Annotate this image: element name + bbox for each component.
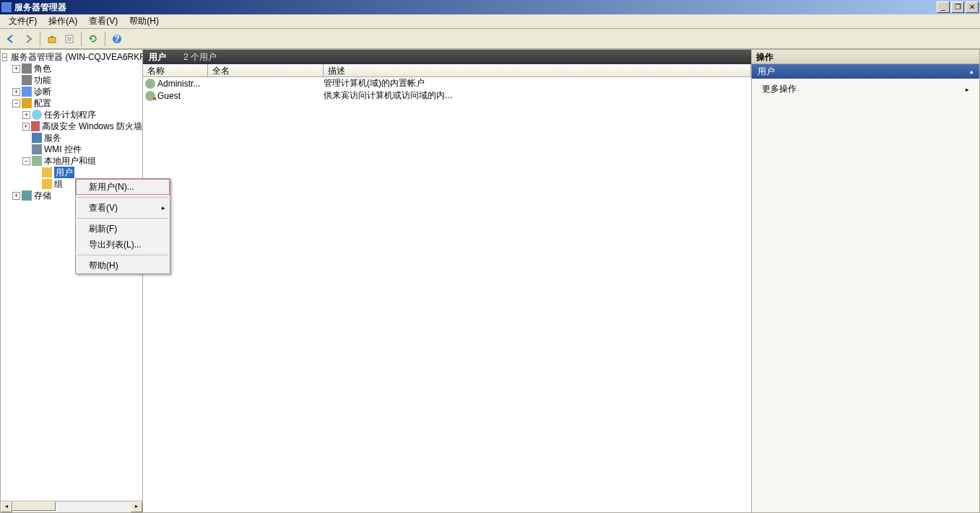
tree-roles-label: 角色	[34, 63, 51, 74]
expand-toggle[interactable]: +	[12, 192, 20, 200]
tree-config-label: 配置	[34, 97, 51, 109]
tree-diagnostics-label: 诊断	[34, 86, 51, 97]
expand-toggle[interactable]: +	[12, 65, 20, 73]
roles-icon	[22, 63, 32, 74]
minimize-button[interactable]: _	[937, 1, 950, 13]
menu-separator	[77, 218, 168, 219]
context-new-user[interactable]: 新用户(N)...	[76, 179, 170, 195]
tree-local-users-groups[interactable]: − 本地用户和组	[1, 155, 142, 167]
toolbar: ?	[0, 29, 980, 49]
row-description: 管理计算机(域)的内置帐户	[324, 77, 751, 89]
context-help[interactable]: 帮助(H)	[76, 258, 170, 273]
task-scheduler-icon	[32, 110, 42, 120]
tree-local-users-groups-label: 本地用户和组	[44, 155, 96, 167]
row-name: Administr...	[157, 79, 200, 89]
list-count: 2 个用户	[183, 51, 217, 63]
column-fullname[interactable]: 全名	[208, 64, 324, 76]
svg-rect-0	[48, 38, 56, 43]
context-menu: 新用户(N)... 查看(V)▸ 刷新(F) 导出列表(L)... 帮助(H)	[75, 178, 170, 274]
expand-toggle[interactable]: −	[2, 53, 7, 61]
list-title: 用户	[149, 51, 166, 63]
actions-pane: 操作 用户 ▴ 更多操作 ▸	[752, 49, 980, 513]
folder-icon	[42, 179, 52, 189]
up-button[interactable]	[44, 31, 60, 47]
tree-diagnostics[interactable]: + 诊断	[1, 86, 142, 97]
list-rows: Administr... 管理计算机(域)的内置帐户 Guest 供来宾访问计算…	[143, 77, 751, 512]
tree-users-label: 用户	[54, 167, 74, 178]
features-icon	[22, 75, 32, 85]
tree-root-label: 服务器管理器 (WIN-CQJVEA6RKR	[11, 51, 143, 63]
menu-action[interactable]: 操作(A)	[43, 14, 83, 29]
expand-toggle[interactable]: +	[22, 111, 30, 119]
list-header: 用户 2 个用户	[143, 50, 751, 64]
firewall-icon	[31, 121, 40, 131]
expand-toggle[interactable]: +	[22, 123, 30, 131]
submenu-arrow-icon: ▸	[162, 204, 165, 211]
window-title: 服务器管理器	[14, 1, 935, 14]
scroll-thumb[interactable]	[12, 501, 56, 511]
forward-button[interactable]	[20, 31, 36, 47]
tree-wmi[interactable]: WMI 控件	[1, 144, 142, 155]
expand-toggle[interactable]: −	[22, 157, 30, 165]
actions-more[interactable]: 更多操作 ▸	[752, 79, 979, 100]
local-users-groups-icon	[32, 156, 42, 166]
toolbar-separator	[40, 32, 40, 46]
tree-config[interactable]: − 配置	[1, 97, 142, 109]
refresh-button[interactable]	[85, 31, 101, 47]
scroll-right-button[interactable]: ▸	[131, 501, 142, 512]
tree-wmi-label: WMI 控件	[44, 144, 82, 155]
tree-firewall[interactable]: + 高级安全 Windows 防火墙	[1, 120, 142, 132]
actions-subheading[interactable]: 用户 ▴	[752, 64, 979, 79]
column-description[interactable]: 描述	[324, 64, 751, 76]
toolbar-separator	[81, 32, 82, 46]
storage-icon	[22, 190, 32, 201]
list-pane: 用户 2 个用户 名称 全名 描述 Administr... 管理计算机(域)的…	[143, 49, 752, 513]
svg-text:?: ?	[114, 34, 119, 44]
list-row[interactable]: Guest 供来宾访问计算机或访问域的内...	[143, 89, 751, 102]
menu-file[interactable]: 文件(F)	[3, 14, 43, 29]
row-name: Guest	[157, 91, 181, 101]
tree-services[interactable]: 服务	[1, 132, 142, 144]
main-area: − 服务器管理器 (WIN-CQJVEA6RKR + 角色 功能 + 诊断 −	[0, 49, 980, 513]
user-icon	[145, 79, 155, 89]
column-headers: 名称 全名 描述	[143, 64, 751, 77]
properties-button[interactable]	[61, 31, 77, 47]
user-disabled-icon	[145, 91, 155, 101]
tree-firewall-label: 高级安全 Windows 防火墙	[42, 120, 142, 132]
toolbar-separator	[105, 32, 105, 46]
app-icon	[1, 2, 12, 12]
tree-features[interactable]: 功能	[1, 74, 142, 86]
back-button[interactable]	[3, 31, 19, 47]
tree-groups-label: 组	[54, 178, 63, 190]
tree-users[interactable]: 用户	[1, 167, 142, 178]
scroll-track[interactable]	[12, 501, 131, 512]
actions-more-label: 更多操作	[762, 83, 797, 95]
help-button[interactable]: ?	[109, 31, 125, 47]
column-name[interactable]: 名称	[143, 64, 208, 76]
chevron-right-icon: ▸	[966, 86, 969, 93]
tree-task-scheduler-label: 任务计划程序	[44, 109, 96, 120]
tree-features-label: 功能	[34, 74, 51, 86]
maximize-button[interactable]: ❐	[951, 1, 964, 13]
chevron-up-icon: ▴	[970, 68, 974, 75]
actions-heading: 操作	[752, 50, 979, 64]
tree-task-scheduler[interactable]: + 任务计划程序	[1, 109, 142, 120]
tree-pane: − 服务器管理器 (WIN-CQJVEA6RKR + 角色 功能 + 诊断 −	[0, 49, 143, 513]
context-refresh[interactable]: 刷新(F)	[76, 221, 170, 237]
tree-root[interactable]: − 服务器管理器 (WIN-CQJVEA6RKR	[1, 51, 142, 63]
tree-roles[interactable]: + 角色	[1, 63, 142, 74]
expand-toggle[interactable]: +	[12, 88, 20, 96]
title-bar: 服务器管理器 _ ❐ ✕	[0, 0, 980, 14]
expand-toggle[interactable]: −	[12, 100, 20, 108]
wmi-icon	[32, 144, 42, 154]
close-button[interactable]: ✕	[966, 1, 979, 13]
scroll-left-button[interactable]: ◂	[1, 501, 12, 512]
menu-help[interactable]: 帮助(H)	[123, 14, 165, 29]
context-export-list[interactable]: 导出列表(L)...	[76, 237, 170, 253]
folder-icon	[42, 167, 52, 177]
context-view[interactable]: 查看(V)▸	[76, 200, 170, 216]
menu-view[interactable]: 查看(V)	[83, 14, 123, 29]
list-row[interactable]: Administr... 管理计算机(域)的内置帐户	[143, 77, 751, 89]
menu-separator	[77, 197, 168, 198]
tree-horizontal-scrollbar[interactable]: ◂ ▸	[1, 501, 142, 512]
